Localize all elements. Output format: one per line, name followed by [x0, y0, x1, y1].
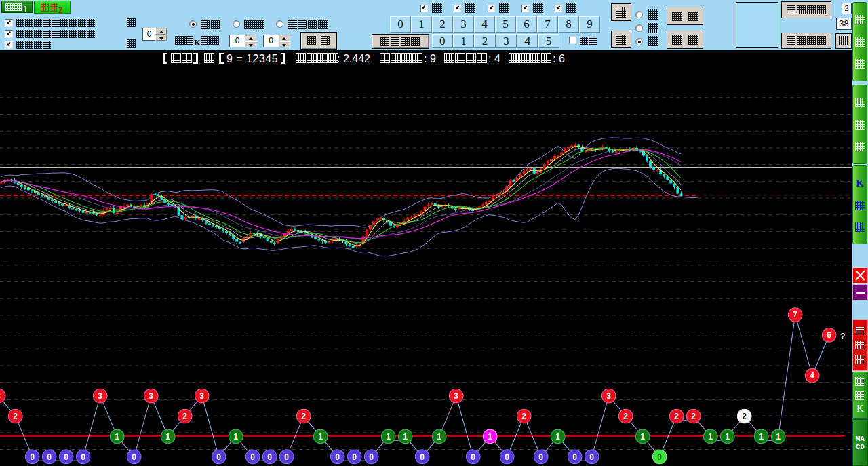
svg-text:3: 3	[606, 391, 611, 401]
svg-text:0: 0	[267, 452, 272, 462]
svg-text:0: 0	[572, 452, 577, 462]
svg-text:1: 1	[640, 432, 645, 442]
svg-text:3: 3	[199, 391, 204, 401]
svg-text:1: 1	[318, 432, 323, 442]
svg-text:1: 1	[776, 432, 781, 442]
svg-text:3: 3	[454, 391, 458, 401]
svg-text:1: 1	[555, 432, 560, 442]
svg-text:1: 1	[115, 432, 119, 442]
svg-text:2: 2	[13, 412, 18, 421]
svg-text:1: 1	[386, 432, 391, 442]
svg-text:0: 0	[64, 452, 68, 462]
svg-text:0: 0	[30, 452, 35, 462]
svg-text:0: 0	[47, 452, 52, 462]
svg-text:0: 0	[420, 452, 425, 462]
svg-text:2: 2	[623, 412, 628, 421]
svg-text:3: 3	[149, 391, 153, 401]
svg-text:1: 1	[233, 432, 238, 442]
svg-text:0: 0	[352, 452, 357, 462]
svg-text:1: 1	[165, 432, 170, 442]
svg-text:0: 0	[132, 452, 136, 462]
svg-text:0: 0	[589, 452, 594, 462]
svg-text:4: 4	[810, 371, 814, 381]
svg-text:1: 1	[725, 432, 730, 442]
svg-text:1: 1	[403, 432, 408, 442]
svg-text:6: 6	[827, 330, 831, 340]
svg-text:0: 0	[471, 452, 475, 462]
svg-text:3: 3	[98, 391, 102, 401]
svg-text:1: 1	[488, 432, 492, 442]
svg-text:1: 1	[759, 432, 764, 442]
svg-text:0: 0	[216, 452, 221, 462]
svg-text:1: 1	[437, 432, 441, 442]
svg-text:2: 2	[691, 412, 696, 421]
svg-text:0: 0	[284, 452, 289, 462]
svg-text:0: 0	[657, 452, 662, 462]
svg-text:1: 1	[708, 432, 713, 442]
svg-text:0: 0	[250, 452, 255, 462]
svg-text:2: 2	[521, 412, 526, 421]
svg-text:0: 0	[538, 452, 543, 462]
svg-text:?: ?	[840, 331, 845, 341]
svg-text:0: 0	[81, 452, 85, 462]
svg-text:2: 2	[674, 412, 679, 421]
svg-text:0: 0	[505, 452, 509, 462]
svg-text:2: 2	[301, 412, 306, 421]
svg-text:2: 2	[742, 412, 747, 421]
svg-text:7: 7	[793, 310, 797, 319]
svg-text:0: 0	[335, 452, 340, 462]
svg-text:0: 0	[369, 452, 374, 462]
svg-text:2: 2	[182, 412, 187, 421]
